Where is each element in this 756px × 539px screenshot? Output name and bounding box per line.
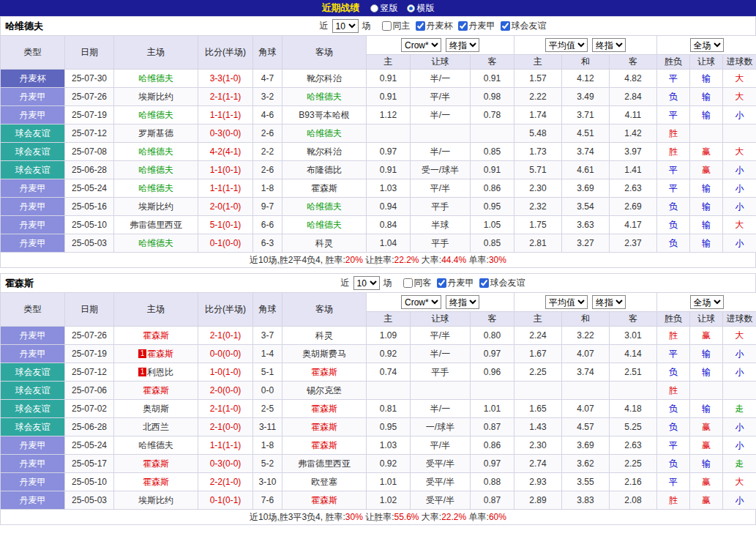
home-team-link[interactable]: 哈维德夫 (138, 440, 173, 450)
away-team-link[interactable]: 科灵 (315, 238, 333, 248)
away-team-link[interactable]: 锡尔克堡 (307, 385, 342, 395)
score-link[interactable]: 0-3(0-0) (198, 455, 253, 473)
score-link[interactable]: 2-1(0-1) (198, 327, 253, 345)
away-team-link[interactable]: 靴尔科治 (307, 146, 342, 157)
score-link[interactable]: 1-1(0-1) (198, 161, 253, 179)
away-team-link[interactable]: 霍森斯 (311, 183, 337, 193)
avg-draw-cell: 4.61 (562, 161, 610, 179)
away-team-link[interactable]: 霍森斯 (311, 440, 337, 450)
league-cell: 丹麦甲 (1, 455, 65, 473)
filter-checkbox-丹麦甲[interactable]: 丹麦甲 (454, 20, 495, 32)
bookmaker-select[interactable]: Crow* (401, 38, 441, 52)
filter-checkbox-球会友谊[interactable]: 球会友谊 (497, 20, 547, 32)
home-team-link[interactable]: 霍森斯 (143, 458, 169, 469)
checkbox-input[interactable] (437, 278, 446, 288)
checkbox-input[interactable] (416, 21, 425, 31)
home-team-link[interactable]: 埃斯比约 (138, 495, 173, 505)
filter-checkbox-丹麦杯[interactable]: 丹麦杯 (412, 20, 453, 32)
away-team-link[interactable]: 欧登塞 (311, 477, 337, 487)
bookmaker-select[interactable]: Crow* (401, 295, 441, 309)
score-link[interactable]: 1-1(1-1) (198, 106, 253, 124)
home-team-link[interactable]: 哈维德夫 (138, 165, 173, 175)
score-link[interactable]: 1-1(1-1) (198, 179, 253, 198)
away-team-link[interactable]: 哈维德夫 (307, 128, 342, 138)
score-link[interactable]: 2-1(1-1) (198, 88, 253, 106)
home-team-link[interactable]: 利恩比 (147, 367, 173, 377)
home-team-link[interactable]: 霍森斯 (147, 349, 173, 359)
avg-draw-cell: 3.69 (562, 179, 610, 198)
score-link[interactable]: 3-3(1-0) (198, 70, 253, 88)
away-team-link[interactable]: 霍森斯 (311, 422, 337, 432)
avg-home-cell: 1.57 (514, 70, 562, 88)
home-team-link[interactable]: 哈维德夫 (138, 73, 173, 83)
average-select[interactable]: 平均值 (545, 295, 588, 309)
score-link[interactable]: 1-0(1-0) (198, 363, 253, 382)
away-team-link[interactable]: 奥胡斯费马 (302, 349, 346, 359)
filter-checkbox-丹麦甲[interactable]: 丹麦甲 (433, 277, 474, 289)
score-link[interactable]: 5-1(0-1) (198, 216, 253, 234)
layout-radio-竖版[interactable]: 竖版 (370, 2, 398, 15)
column-header: 客 (610, 312, 657, 327)
away-team-link[interactable]: 科灵 (315, 330, 333, 341)
handicap-cell: 平/半 (411, 327, 471, 345)
match-count-select[interactable]: 10 (332, 19, 359, 33)
score-link[interactable]: 2-1(0-0) (198, 418, 253, 436)
home-team-link[interactable]: 霍森斯 (143, 330, 169, 341)
away-cell: 锡尔克堡 (282, 382, 367, 400)
summary-text: 单率: (466, 512, 489, 522)
away-team-link[interactable]: 哈维德夫 (307, 92, 342, 102)
home-team-link[interactable]: 哈维德夫 (138, 238, 173, 248)
odds-stage-select[interactable]: 终指 (446, 38, 479, 52)
corners-cell: 6-3 (253, 234, 282, 253)
scope-select[interactable]: 全场 (690, 38, 724, 52)
away-team-link[interactable]: 弗雷德里西亚 (298, 458, 351, 469)
score-link[interactable]: 0-1(0-0) (198, 234, 253, 253)
score-link[interactable]: 0-1(0-1) (198, 491, 253, 510)
home-team-link[interactable]: 弗雷德里西亚 (130, 220, 182, 230)
summary-row: 近10场,胜2平4负4, 胜率:20% 让胜率:22.2% 大率:44.4% 单… (0, 253, 756, 268)
home-team-link[interactable]: 霍森斯 (143, 385, 169, 395)
away-team-link[interactable]: 靴尔科治 (307, 73, 342, 83)
home-team-link[interactable]: 埃斯比约 (138, 92, 173, 102)
home-team-link[interactable]: 奥胡斯 (143, 404, 169, 414)
home-team-link[interactable]: 罗斯基德 (138, 128, 173, 138)
score-link[interactable]: 0-0(0-0) (198, 345, 253, 363)
scope-select[interactable]: 全场 (690, 295, 724, 309)
score-link[interactable]: 2-2(1-0) (198, 473, 253, 491)
away-team-link[interactable]: 霍森斯 (311, 404, 337, 414)
score-link[interactable]: 2-1(1-0) (198, 400, 253, 418)
away-team-link[interactable]: 布隆德比 (307, 165, 342, 175)
layout-radio-横版[interactable]: 横版 (407, 2, 435, 15)
avg-home-cell: 2.30 (514, 436, 562, 455)
score-link[interactable]: 4-2(4-1) (198, 143, 253, 161)
away-team-link[interactable]: 霍森斯 (311, 367, 337, 377)
away-team-link[interactable]: 哈维德夫 (307, 220, 342, 230)
checkbox-input[interactable] (458, 21, 468, 31)
checkbox-input[interactable] (501, 21, 510, 31)
average-stage-select[interactable]: 终指 (592, 38, 626, 52)
away-team-link[interactable]: B93哥本哈根 (299, 110, 349, 120)
checkbox-input[interactable] (403, 278, 413, 288)
average-stage-select[interactable]: 终指 (592, 295, 626, 309)
filter-checkbox-同客[interactable]: 同客 (400, 277, 432, 289)
score-link[interactable]: 2-0(1-0) (198, 198, 253, 216)
checkbox-input[interactable] (479, 278, 489, 288)
checkbox-input[interactable] (382, 21, 392, 31)
score-link[interactable]: 0-3(0-0) (198, 124, 253, 143)
avg-away-cell: 2.16 (610, 473, 657, 491)
odds-stage-select[interactable]: 终指 (446, 295, 479, 309)
filter-checkbox-同主[interactable]: 同主 (378, 20, 411, 32)
score-link[interactable]: 1-1(1-1) (198, 436, 253, 455)
score-link[interactable]: 2-0(0-0) (198, 382, 253, 400)
average-select[interactable]: 平均值 (545, 38, 588, 52)
away-team-link[interactable]: 哈维德夫 (307, 201, 342, 212)
away-team-link[interactable]: 霍森斯 (311, 495, 337, 505)
home-team-link[interactable]: 哈维德夫 (138, 183, 173, 193)
home-team-link[interactable]: 埃斯比约 (138, 201, 173, 212)
match-count-select[interactable]: 10 (353, 276, 380, 290)
filter-checkbox-球会友谊[interactable]: 球会友谊 (476, 277, 525, 289)
home-team-link[interactable]: 哈维德夫 (138, 110, 173, 120)
home-team-link[interactable]: 北西兰 (143, 422, 169, 432)
home-team-link[interactable]: 哈维德夫 (138, 146, 173, 157)
home-team-link[interactable]: 霍森斯 (143, 477, 169, 487)
